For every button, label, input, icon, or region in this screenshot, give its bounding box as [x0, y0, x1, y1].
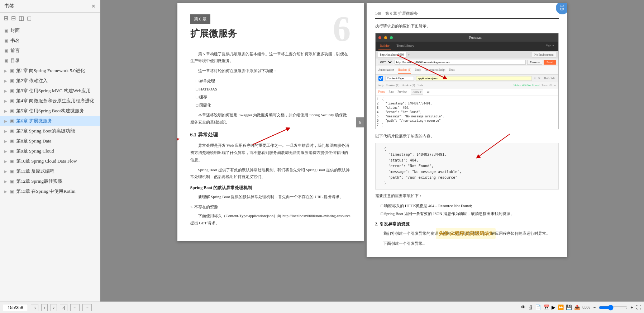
- page-icon: ▣: [4, 48, 8, 53]
- headers-response-label: Headers (3): [401, 83, 415, 88]
- nav-prev-button[interactable]: ‹: [41, 304, 48, 311]
- sidebar-item-ch8[interactable]: ▶ ▣ 第8章 Spring Data: [0, 136, 100, 146]
- sidebar-item-preface[interactable]: ▣ 前言: [0, 46, 100, 56]
- sidebar-item-label: 第11章 反应式编程: [16, 168, 54, 174]
- cookies-label: Cookies (1): [386, 83, 400, 88]
- note-1: 响应标头的 HTTP 状态是 404 – Resource Not Found;: [375, 202, 559, 209]
- wrap-icon[interactable]: ⇌: [427, 89, 430, 95]
- tab-builder[interactable]: Builder: [378, 42, 391, 50]
- sidebar-item-ch4[interactable]: ▶ ▣ 第4章 向微服务和云原生应用程序进化: [0, 96, 100, 106]
- bookmark-icon-4[interactable]: ◻: [27, 15, 32, 22]
- calendar-icon[interactable]: 📅: [543, 304, 549, 310]
- sidebar: 书签 ✕ ⊞ ⊟ ◫ ◻ ▣ 封面 ▣ 书名 ▣ 前言 ▣ 目录: [0, 0, 100, 302]
- time-label: Time: 28 ms: [542, 83, 556, 88]
- chapter-ref: 第 6 章 扩展微服务: [385, 10, 418, 17]
- header-menu-icon[interactable]: ≡: [534, 76, 536, 81]
- zoom-level: 83%: [582, 305, 590, 310]
- expand-icon: ▶: [4, 139, 7, 143]
- postman-dot-yellow: [384, 36, 387, 39]
- right-intro: 执行请求后的响应如下图所示。: [375, 23, 559, 30]
- features-intro: 这一章将讨论如何在微服务中添加以下功能：: [190, 67, 351, 75]
- sidebar-item-ch5[interactable]: ▶ ▣ 第5章 使用Spring Boot构建微服务: [0, 106, 100, 116]
- back-button[interactable]: ←: [70, 304, 80, 311]
- postman-dot-green: [390, 36, 393, 39]
- page-icon: ▣: [10, 139, 14, 144]
- sidebar-item-ch13[interactable]: ▶ ▣ 第13章 在Spring 中使用Kotlin: [0, 186, 100, 196]
- header-close-icon[interactable]: ✕: [538, 76, 541, 81]
- nav-next-button[interactable]: ›: [51, 304, 57, 311]
- zoom-slider[interactable]: [599, 305, 628, 310]
- expand-icon: ▶: [4, 109, 7, 113]
- expand-icon: ▶: [4, 79, 7, 83]
- bulk-edit-btn[interactable]: Bulk Edit: [544, 76, 555, 81]
- expand-icon: ▶: [4, 179, 7, 183]
- zoom-out-icon[interactable]: －: [592, 304, 597, 310]
- print-icon[interactable]: 🖨: [528, 305, 533, 310]
- sidebar-item-bookname[interactable]: ▣ 书名: [0, 36, 100, 46]
- sidebar-item-ch3[interactable]: ▶ ▣ 第3章 使用Spring MVC 构建Web应用: [0, 86, 100, 96]
- send-button[interactable]: Send: [544, 60, 556, 65]
- sidebar-item-ch10[interactable]: ▶ ▣ 第10章 Spring Cloud Data Flow: [0, 156, 100, 166]
- tab-pretty[interactable]: Pretty: [378, 89, 385, 95]
- sidebar-item-ch12[interactable]: ▶ ▣ 第12章 Spring最佳实践: [0, 176, 100, 186]
- tests-response-label: Tests: [417, 83, 423, 88]
- tab-raw[interactable]: Raw: [389, 89, 394, 95]
- postman-body-section: Body Cookies (1) Headers (3) Tests Statu…: [376, 82, 558, 89]
- file-icon[interactable]: 📄: [535, 304, 541, 310]
- zoom-in-icon[interactable]: ＋: [630, 304, 634, 310]
- view-controls: 👁 🖨 📄 📅 ▶ ⏩ 💾 📤 83% － ＋ ⛶: [521, 304, 641, 310]
- section-default-text: 要理解 Spring Boot 提供的默认异常处理机制，首先向一个不存在的 UR…: [190, 193, 351, 201]
- save-icon[interactable]: 💾: [566, 304, 572, 310]
- sidebar-item-label: 第12章 Spring最佳实践: [16, 178, 62, 184]
- postman-main-tabs: Builder Team Library Sign in: [376, 42, 558, 51]
- method-select[interactable]: GET: [378, 60, 393, 65]
- sidebar-item-ch2[interactable]: ▶ ▣ 第2章 依赖注入: [0, 76, 100, 86]
- format-select[interactable]: JSON ▾: [411, 89, 423, 95]
- expand-icon: ▶: [4, 99, 7, 103]
- chapter-title: 扩展微服务: [190, 26, 351, 42]
- expand-icon: ▶: [4, 69, 7, 73]
- code-block: { "timestamp": 1484027734491, "status": …: [375, 143, 559, 190]
- sidebar-item-ch11[interactable]: ▶ ▣ 第11章 反应式编程: [0, 166, 100, 176]
- fullscreen-icon[interactable]: ⛶: [636, 305, 641, 310]
- notes-title: 需要注意的重要事项如下：: [375, 192, 559, 200]
- page-input[interactable]: [3, 304, 28, 311]
- sidebar-item-ch6[interactable]: ▶ ▣ 第6章 扩展微服务: [0, 116, 100, 126]
- sidebar-item-label: 第2章 依赖注入: [16, 78, 48, 84]
- subsection-1-text: 下面使用标头（Content-Type:application/json）向 h…: [190, 212, 351, 227]
- tab-preview[interactable]: Preview: [397, 89, 407, 95]
- bookmark-icon-3[interactable]: ◫: [19, 15, 24, 22]
- skip-icon[interactable]: ⏩: [558, 304, 564, 310]
- params-button[interactable]: Params: [527, 60, 542, 65]
- bookmark-icon-2[interactable]: ⊟: [11, 15, 16, 22]
- eye-icon[interactable]: 👁: [521, 305, 526, 310]
- no-environment[interactable]: No Environment: [532, 52, 556, 58]
- sidebar-item-ch1[interactable]: ▶ ▣ 第1章 向Spring Framework 5.0进化: [0, 66, 100, 76]
- page-icon: ▣: [4, 58, 8, 64]
- sidebar-item-ch9[interactable]: ▶ ▣ 第9章 Spring Cloud: [0, 146, 100, 156]
- section-2-title: 2. 引发异常的资源: [375, 220, 559, 228]
- sidebar-item-label: 第6章 扩展微服务: [16, 118, 52, 124]
- tab-team[interactable]: Team Library: [395, 42, 416, 50]
- bottom-toolbar: |‹ ‹ › ›| ← → 👁 🖨 📄 📅 ▶ ⏩ 💾 📤 83% － ＋ ⛶: [0, 302, 644, 313]
- postman-response-area: Pretty Raw Preview JSON ▾ ⇌ 1 { 2 "times…: [376, 89, 558, 129]
- forward-button[interactable]: →: [82, 304, 92, 311]
- pdf-page-right: LJUP 140 第 6 章 扩展微服务 执行请求后的响应如下图所示。 Post…: [367, 3, 567, 257]
- page-icon: ▣: [10, 98, 14, 104]
- close-icon[interactable]: ✕: [91, 3, 96, 9]
- section-default-title: Spring Boot 的默认异常处理机制: [190, 184, 351, 191]
- play-icon[interactable]: ▶: [552, 304, 555, 310]
- nav-first-button[interactable]: |‹: [31, 304, 38, 311]
- sign-in[interactable]: Sign in: [544, 42, 555, 50]
- page-icon: ▣: [10, 169, 14, 174]
- sidebar-item-cover[interactable]: ▣ 封面: [0, 25, 100, 36]
- tab-auth[interactable]: Authorization: [378, 67, 394, 74]
- nav-last-button[interactable]: ›|: [60, 304, 67, 311]
- bookmark-icon-1[interactable]: ⊞: [4, 15, 8, 22]
- chapter-header: 6 第 6 章 扩展微服务: [190, 14, 351, 42]
- share-icon[interactable]: 📤: [574, 304, 580, 310]
- sidebar-item-ch7[interactable]: ▶ ▣ 第7章 Spring Boot的高级功能: [0, 126, 100, 136]
- sidebar-item-toc[interactable]: ▣ 目录: [0, 56, 100, 66]
- sidebar-item-label: 第4章 向微服务和云原生应用程序进化: [16, 98, 94, 104]
- header-checkbox[interactable]: [378, 76, 383, 81]
